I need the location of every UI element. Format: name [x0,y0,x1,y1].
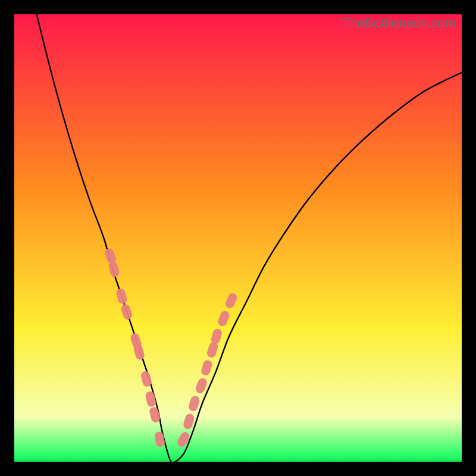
chart-frame: TheBottleneck.com [14,14,462,462]
watermark-label: TheBottleneck.com [342,15,456,31]
heatmap-background [14,14,462,462]
bottleneck-chart [14,14,462,462]
